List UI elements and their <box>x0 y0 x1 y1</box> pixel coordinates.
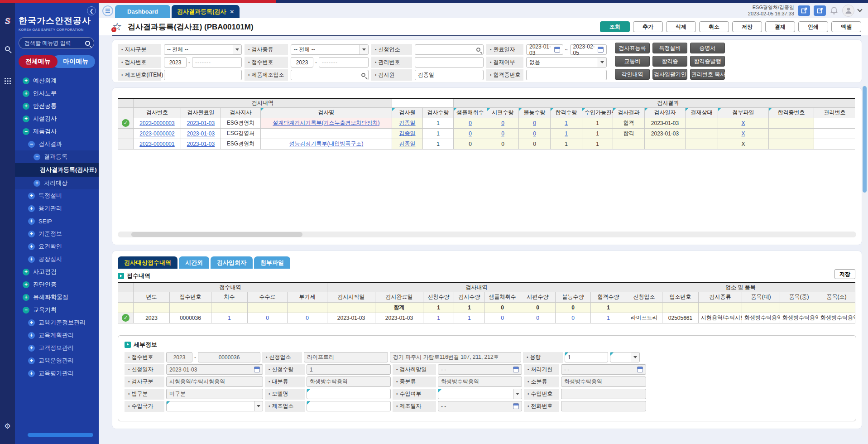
tool-button[interactable]: 각인내역 <box>615 69 650 80</box>
save-button[interactable]: 저장 <box>834 269 855 279</box>
cell-link[interactable]: 0 <box>533 130 536 137</box>
expand-icon[interactable]: + <box>28 345 35 352</box>
cell-link[interactable]: 2023-01-03 <box>187 120 215 126</box>
collapse-icon[interactable]: − <box>23 128 29 135</box>
dropdown-caret-icon[interactable] <box>360 45 368 54</box>
cell-link[interactable]: X <box>741 120 745 126</box>
select-검사종류[interactable]: -- 전체 -- <box>291 44 369 55</box>
expand-icon[interactable]: + <box>23 294 29 301</box>
cell-link[interactable]: 0 <box>533 120 536 126</box>
expand-icon[interactable]: + <box>28 205 35 212</box>
expand-icon[interactable]: + <box>23 281 29 288</box>
sidebar-item[interactable]: −검사결과 <box>15 138 99 150</box>
tool-button[interactable]: 검사일괄기안 <box>652 69 687 80</box>
search-input-제품제조업소[interactable] <box>291 70 369 80</box>
sidebar-item[interactable]: +교육계획관리 <box>15 329 99 342</box>
sidebar-item[interactable]: +고객정보관리 <box>15 342 99 354</box>
table-row[interactable]: 2023-00000012023-01-03ESG경영처성능검정기록부(내압방폭… <box>118 139 855 149</box>
collapse-icon[interactable]: − <box>23 307 29 314</box>
popup-window-icon[interactable] <box>814 5 826 16</box>
cell-link[interactable]: 2023-01-03 <box>187 130 215 137</box>
cell-link[interactable]: 0 <box>469 130 472 137</box>
row-indicator-cell[interactable]: ✓ <box>118 313 134 323</box>
expand-icon[interactable]: + <box>28 218 35 225</box>
cell-link[interactable]: 김종일 <box>399 130 416 136</box>
scrollbar-thumb[interactable] <box>863 86 867 193</box>
cell-link[interactable]: 1 <box>565 120 568 126</box>
cell-link[interactable]: 1 <box>565 130 568 137</box>
cell-link[interactable]: 성능검정기록부(내압방폭구조) <box>289 140 364 147</box>
detail-tab[interactable]: 검사입회자 <box>211 256 253 269</box>
detail-tab[interactable]: 시간외 <box>179 256 209 269</box>
cell-link[interactable]: 설계단계검사기록부(가스누출경보차단장치) <box>273 120 380 126</box>
expand-icon[interactable]: + <box>28 193 35 199</box>
expand-icon[interactable]: + <box>23 77 29 84</box>
open-new-window-icon[interactable] <box>798 5 810 16</box>
expand-icon[interactable]: + <box>23 116 29 122</box>
action-button[interactable]: 엑셀 <box>831 21 861 32</box>
tool-button[interactable]: 검사표등록 <box>615 43 650 53</box>
action-button[interactable]: 조회 <box>600 21 630 32</box>
expand-icon[interactable]: + <box>28 357 35 364</box>
text-input-합격증번호[interactable] <box>526 70 607 80</box>
year-input[interactable]: 2023 <box>291 57 313 68</box>
page-vertical-scrollbar[interactable] <box>862 84 867 437</box>
menu-search-input[interactable]: 검색할 메뉴명 입력 <box>19 37 94 49</box>
select-결재여부[interactable]: 없음 <box>526 57 607 68</box>
row-indicator-cell[interactable] <box>118 139 134 149</box>
expand-icon[interactable]: + <box>28 231 35 237</box>
sidebar-item[interactable]: +유해화학물질 <box>15 291 99 304</box>
sidebar-item[interactable]: +인사노무 <box>15 87 99 100</box>
grid-horizontal-scrollbar[interactable] <box>118 232 856 237</box>
expand-icon[interactable]: + <box>28 319 35 326</box>
editable-select[interactable] <box>438 389 522 399</box>
text-input-검사원[interactable]: 김종일 <box>415 70 484 80</box>
action-button[interactable]: 취소 <box>699 21 729 32</box>
sidebar-item[interactable]: +용기관리 <box>15 202 99 215</box>
dropdown-caret-icon[interactable] <box>631 352 639 362</box>
date-to-input[interactable]: 2023-02-05 <box>570 44 607 55</box>
sidebar-item[interactable]: +진단인증 <box>15 278 99 291</box>
sidebar-item[interactable]: +교육운영관리 <box>15 354 99 367</box>
editable-input[interactable] <box>307 389 391 399</box>
expand-icon[interactable]: + <box>23 269 29 275</box>
date-from-input[interactable]: 2023-01-03 <box>526 44 563 55</box>
sidebar-item[interactable]: +예산회계 <box>15 74 99 87</box>
favorite-star-icon[interactable]: ☆+ <box>112 21 124 33</box>
scrollbar-thumb[interactable] <box>131 232 302 237</box>
action-button[interactable]: 삭제 <box>666 21 696 32</box>
tool-button[interactable]: 합격증 <box>652 56 687 67</box>
collapse-icon[interactable]: − <box>28 141 35 148</box>
editable-select[interactable] <box>610 352 640 362</box>
expand-icon[interactable]: + <box>23 103 29 110</box>
expand-icon[interactable]: + <box>23 90 29 97</box>
action-button[interactable]: 추가 <box>633 21 663 32</box>
sidebar-item[interactable]: +교육기준정보관리 <box>15 316 99 329</box>
editable-select[interactable] <box>166 401 263 411</box>
collapse-icon[interactable]: − <box>34 154 40 160</box>
search-icon[interactable] <box>85 41 90 46</box>
detail-tab[interactable]: 검사대상접수내역 <box>118 256 177 269</box>
sidebar-item[interactable]: +요건확인 <box>15 240 99 253</box>
text-input-관리번호[interactable] <box>415 57 484 68</box>
sidebar-item-active[interactable]: 검사결과등록(검사표) <box>15 163 99 177</box>
tool-button[interactable]: 교통비 <box>615 56 650 67</box>
sidebar-item[interactable]: −제품검사 <box>15 125 99 138</box>
action-button[interactable]: 결재 <box>765 21 795 32</box>
table-row[interactable]: ✓202300000361002023-01-032023-01-0311000… <box>118 313 855 323</box>
sidebar-item[interactable]: +시설검사 <box>15 112 99 125</box>
sidebar-item[interactable]: +공장심사 <box>15 253 99 265</box>
close-icon[interactable]: ✕ <box>230 9 234 15</box>
cell-link[interactable]: 0 <box>501 120 504 126</box>
tab-active[interactable]: 검사결과등록(검사✕ <box>172 5 240 18</box>
tool-button[interactable]: 특정설비 <box>652 43 687 53</box>
sidebar-item[interactable]: +SEIP <box>15 215 99 227</box>
sidebar-item[interactable]: +안전공통 <box>15 100 99 112</box>
number-input[interactable]: ------- <box>192 57 242 68</box>
calendar-icon[interactable] <box>554 47 560 53</box>
dropdown-caret-icon[interactable] <box>513 389 522 399</box>
action-button[interactable]: 저장 <box>732 21 762 32</box>
expand-icon[interactable]: + <box>28 332 35 339</box>
user-avatar[interactable] <box>842 5 854 17</box>
sidebar-item[interactable]: −교육기획 <box>15 304 99 316</box>
